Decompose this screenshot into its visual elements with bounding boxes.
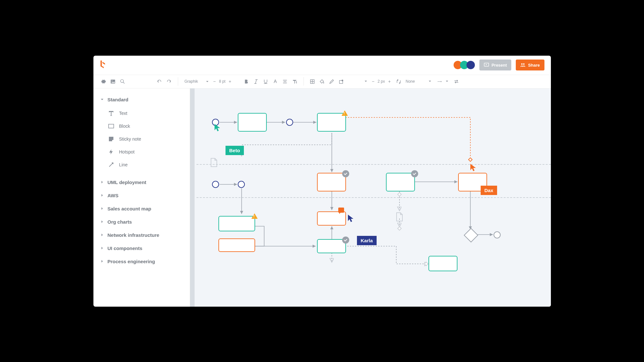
text-format-icon: [292, 79, 297, 84]
intermediate-event[interactable]: [286, 119, 293, 126]
search-icon: [120, 79, 125, 84]
bold-button[interactable]: [242, 77, 251, 86]
document-icon: [396, 212, 403, 222]
text-color-button[interactable]: [271, 77, 280, 86]
font-size-decrease[interactable]: −: [213, 79, 216, 84]
intermediate-event[interactable]: [238, 181, 245, 188]
svg-point-1: [521, 63, 523, 65]
image-icon: [110, 79, 116, 84]
present-button[interactable]: Present: [479, 60, 512, 70]
line-routing-button[interactable]: [395, 77, 403, 86]
collaborator-label: Karla: [357, 236, 377, 245]
stroke-width-decrease[interactable]: −: [372, 79, 374, 84]
gateway[interactable]: [464, 228, 478, 242]
arrow-style-button[interactable]: [436, 77, 444, 86]
underline-icon: [263, 79, 268, 84]
task-node[interactable]: [428, 256, 457, 271]
table-button[interactable]: [308, 77, 317, 86]
panel-label: Org charts: [108, 219, 132, 225]
shape-item-line[interactable]: Line: [104, 158, 183, 171]
warning-badge: [251, 213, 258, 219]
panel-header-uml[interactable]: UML deployment: [101, 177, 183, 188]
ruler: [190, 88, 195, 307]
collaborator-cursor: [470, 163, 477, 173]
panel-header-org[interactable]: Org charts: [101, 217, 183, 227]
line-icon: [108, 161, 115, 168]
shape-item-block[interactable]: Block: [104, 120, 183, 133]
chevron-down-icon: [446, 80, 448, 83]
logo: [100, 60, 106, 70]
shape-item-hotspot[interactable]: Hotspot: [104, 145, 183, 158]
svg-point-4: [112, 80, 113, 81]
shape-format-button[interactable]: [337, 77, 346, 86]
arrow-style-dropdown[interactable]: [446, 79, 448, 84]
chevron-right-icon: [101, 260, 104, 263]
image-button[interactable]: [109, 77, 117, 86]
people-icon: [520, 62, 525, 68]
undo-button[interactable]: [155, 77, 164, 86]
sticky-note-icon: [108, 135, 115, 143]
shape-item-text[interactable]: Text: [104, 107, 183, 120]
chevron-down-icon: [206, 80, 209, 83]
shape-item-label: Block: [119, 124, 130, 129]
font-size-increase[interactable]: +: [229, 79, 231, 84]
shape-format-icon: [339, 79, 344, 84]
play-icon: [484, 62, 489, 68]
bold-icon: [244, 79, 249, 84]
task-node[interactable]: [218, 216, 255, 231]
task-node[interactable]: [317, 173, 346, 191]
redo-button[interactable]: [165, 77, 173, 86]
underline-button[interactable]: [262, 77, 270, 86]
present-label: Present: [492, 63, 507, 68]
search-button[interactable]: [119, 77, 127, 86]
chevron-down-icon: [428, 80, 431, 83]
task-node[interactable]: [317, 239, 346, 253]
line-style-dropdown[interactable]: [428, 79, 431, 84]
text-format-button[interactable]: [291, 77, 299, 86]
task-node[interactable]: [238, 113, 267, 132]
chevron-right-icon: [101, 181, 104, 184]
chevron-right-icon: [101, 220, 104, 223]
start-event[interactable]: [212, 181, 219, 188]
chevron-right-icon: [101, 246, 104, 250]
text-icon: [108, 110, 115, 117]
font-family-select[interactable]: Graphik: [183, 79, 212, 84]
gateway-marker: [424, 261, 428, 266]
stroke-button[interactable]: [328, 77, 336, 86]
italic-button[interactable]: [252, 77, 260, 86]
task-node[interactable]: [386, 173, 415, 191]
pencil-icon: [329, 79, 334, 84]
panel-header-process[interactable]: Process engineering: [101, 256, 183, 267]
settings-button[interactable]: [99, 77, 108, 86]
swap-ends-button[interactable]: [452, 77, 461, 86]
panel-label: Process engineering: [108, 259, 155, 264]
shapes-sidebar: Standard Text Block Sticky note: [93, 88, 190, 307]
italic-icon: [253, 79, 259, 84]
hotspot-icon: [108, 148, 115, 155]
panel-header-aws[interactable]: AWS: [101, 190, 183, 201]
canvas[interactable]: Beto Karla Dax: [190, 88, 551, 307]
align-icon: [282, 79, 288, 84]
chevron-down-icon: [364, 80, 367, 83]
end-event[interactable]: [494, 231, 501, 238]
panel-header-sales[interactable]: Sales account map: [101, 203, 183, 214]
shape-item-sticky-note[interactable]: Sticky note: [104, 133, 183, 145]
font-size-value: 8 pt: [219, 79, 226, 84]
task-node[interactable]: [218, 238, 255, 252]
align-button[interactable]: [281, 77, 289, 86]
panel-header-ui[interactable]: UI components: [101, 243, 183, 254]
panel-header-network[interactable]: Network infrastructure: [101, 230, 183, 240]
stroke-style-dropdown[interactable]: [364, 79, 367, 84]
svg-point-8: [342, 79, 343, 81]
collaborator-cursor: [214, 123, 221, 133]
shape-item-label: Hotspot: [119, 149, 135, 154]
task-node[interactable]: [317, 211, 346, 226]
chevron-right-icon: [101, 194, 104, 197]
stroke-width-increase[interactable]: +: [388, 79, 391, 84]
fill-button[interactable]: [318, 77, 326, 86]
panel-label: UML deployment: [108, 180, 147, 185]
app-window: Present Share Graphik − 8 pt +: [93, 56, 551, 307]
panel-header-standard[interactable]: Standard: [101, 94, 183, 105]
shape-item-label: Line: [119, 162, 128, 167]
share-button[interactable]: Share: [516, 60, 544, 70]
